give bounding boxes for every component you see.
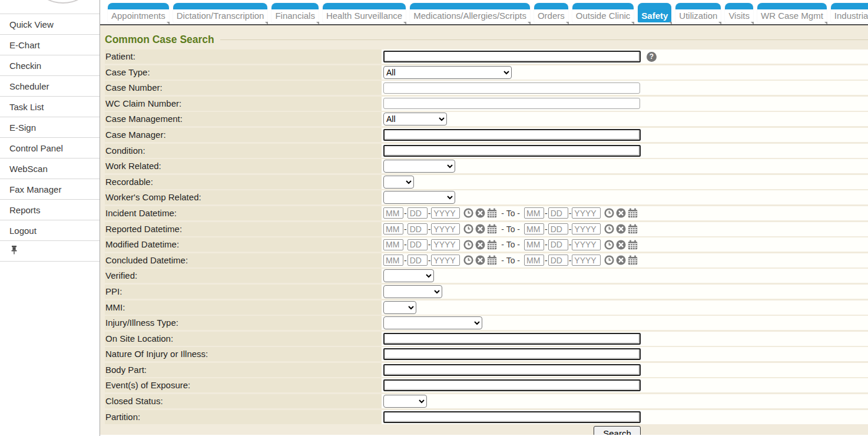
month-input[interactable] [524,207,544,219]
month-input[interactable] [524,255,544,266]
year-input[interactable] [431,207,460,219]
month-input[interactable] [383,223,403,234]
year-input[interactable] [431,223,460,234]
clear-icon[interactable] [616,224,626,234]
clock-icon[interactable] [463,208,473,218]
sidebar-item-task-list[interactable]: Task List [0,97,100,117]
year-input[interactable] [431,239,460,250]
clear-icon[interactable] [475,240,485,250]
month-input[interactable] [524,223,544,234]
sidebar-item-e-chart[interactable]: E-Chart [0,35,100,55]
clear-icon[interactable] [616,208,626,218]
year-input[interactable] [431,255,460,266]
body-part-input[interactable] [383,364,641,376]
sidebar-item-e-sign[interactable]: E-Sign [0,117,100,138]
calendar-icon[interactable] [628,240,638,250]
tab-orders[interactable]: Orders [534,3,568,22]
condition-input[interactable] [383,145,641,157]
clock-icon[interactable] [604,255,614,265]
tab-industrial-hygiene[interactable]: Industrial Hygiene [831,3,868,22]
sidebar-item-fax-manager[interactable]: Fax Manager [0,179,100,200]
calendar-icon[interactable] [628,208,638,218]
year-input[interactable] [572,223,601,234]
tab-appointments[interactable]: Appointments [108,3,169,22]
day-input[interactable] [548,207,568,219]
sidebar-item-reports[interactable]: Reports [0,200,100,220]
tab-dictation-transcription[interactable]: Dictation/Transcription [173,3,268,22]
tab-outside-clinic[interactable]: Outside Clinic [572,3,634,22]
closed-status-select[interactable] [383,395,427,408]
ppi-select[interactable] [383,285,442,298]
field-label: Patient: [105,49,382,64]
field-label: On Site Location: [105,332,382,346]
day-input[interactable] [408,223,428,234]
tab-visits[interactable]: Visits [725,3,753,22]
month-input[interactable] [383,239,403,250]
recordable-select[interactable] [383,176,414,189]
case-type-select[interactable]: All [383,66,512,79]
partition-input[interactable] [383,411,641,423]
clear-icon[interactable] [475,255,485,265]
nature-of-injury-input[interactable] [383,348,641,360]
case-management-select[interactable]: All [383,113,447,125]
clock-icon[interactable] [604,224,614,234]
tab-financials[interactable]: Financials [271,3,319,22]
day-input[interactable] [408,255,428,266]
tab-safety[interactable]: Safety [638,3,671,22]
clock-icon[interactable] [463,240,473,250]
day-input[interactable] [548,223,568,234]
sidebar-item-webscan[interactable]: WebScan [0,158,100,179]
tab-utilization[interactable]: Utilization [675,3,721,22]
sidebar-pin-toggle[interactable] [0,241,100,262]
month-input[interactable] [383,207,403,219]
sidebar-item-quick-view[interactable]: Quick View [0,14,100,35]
help-icon[interactable]: ? [647,52,657,62]
events-of-exposure-input[interactable] [383,379,641,391]
sidebar-item-logout[interactable]: Logout [0,220,100,241]
field-label: Case Type: [105,65,382,80]
clear-icon[interactable] [475,224,485,234]
day-input[interactable] [408,207,428,219]
verified-select[interactable] [383,269,434,282]
clock-icon[interactable] [463,224,473,234]
field-label: Case Management: [105,112,382,126]
date-separator: - [545,256,548,265]
work-related-select[interactable] [383,160,455,173]
calendar-icon[interactable] [628,224,638,234]
clock-icon[interactable] [604,240,614,250]
case-number-input[interactable] [383,82,640,94]
case-manager-input[interactable] [383,129,641,141]
clear-icon[interactable] [616,240,626,250]
mmi-select[interactable] [383,301,416,314]
sidebar-item-control-panel[interactable]: Control Panel [0,138,100,158]
injury-illness-type-select[interactable] [383,316,482,329]
workers-comp-related-select[interactable] [383,191,455,204]
search-button[interactable]: Search [594,426,641,435]
calendar-icon[interactable] [628,255,638,265]
calendar-icon[interactable] [487,224,497,234]
module-tab-bar: Appointments Dictation/Transcription Fin… [100,0,868,25]
wc-claim-number-input[interactable] [383,98,640,109]
calendar-icon[interactable] [487,208,497,218]
tab-medications-allergies-scripts[interactable]: Medications/Allergies/Scripts [410,3,530,22]
sidebar-item-scheduler[interactable]: Scheduler [0,76,100,97]
patient-input[interactable] [383,51,641,62]
clock-icon[interactable] [604,208,614,218]
year-input[interactable] [572,207,601,219]
clear-icon[interactable] [475,208,485,218]
sidebar-item-checkin[interactable]: Checkin [0,55,100,76]
clock-icon[interactable] [463,255,473,265]
tab-health-surveillance[interactable]: Health Surveillance [323,3,406,22]
day-input[interactable] [548,255,568,266]
calendar-icon[interactable] [487,240,497,250]
on-site-location-input[interactable] [383,333,641,345]
day-input[interactable] [548,239,568,250]
tab-wr-case-mgmt[interactable]: WR Case Mgmt [757,3,827,22]
month-input[interactable] [383,255,403,266]
month-input[interactable] [524,239,544,250]
year-input[interactable] [572,255,601,266]
day-input[interactable] [408,239,428,250]
calendar-icon[interactable] [487,255,497,265]
year-input[interactable] [572,239,601,250]
clear-icon[interactable] [616,255,626,265]
